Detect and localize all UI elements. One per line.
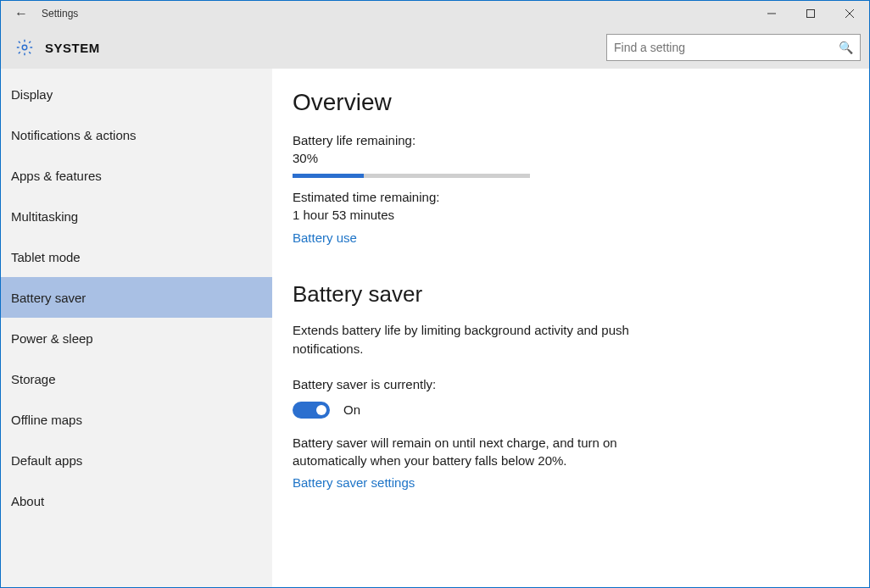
- search-icon: 🔍: [839, 41, 853, 54]
- overview-heading: Overview: [293, 89, 835, 116]
- close-button[interactable]: [830, 1, 869, 26]
- section-title: SYSTEM: [45, 41, 100, 55]
- window-controls: [752, 1, 869, 26]
- header: SYSTEM 🔍: [1, 26, 869, 69]
- search-box[interactable]: 🔍: [606, 34, 861, 61]
- titlebar: ← Settings: [1, 1, 869, 26]
- sidebar-item-tablet-mode[interactable]: Tablet mode: [1, 236, 272, 277]
- battery-life-value: 30%: [293, 151, 835, 165]
- search-input[interactable]: [614, 41, 839, 54]
- est-time-label: Estimated time remaining:: [293, 190, 835, 204]
- gear-icon: [15, 38, 34, 57]
- sidebar-item-apps-features[interactable]: Apps & features: [1, 155, 272, 196]
- est-time-value: 1 hour 53 minutes: [293, 208, 835, 222]
- body: Display Notifications & actions Apps & f…: [1, 69, 869, 587]
- battery-progress-fill: [293, 174, 364, 178]
- battery-life-label: Battery life remaining:: [293, 133, 835, 147]
- battery-saver-toggle[interactable]: [293, 402, 330, 419]
- battery-use-link[interactable]: Battery use: [293, 230, 357, 245]
- sidebar-item-multitasking[interactable]: Multitasking: [1, 196, 272, 236]
- window-title: Settings: [42, 8, 78, 19]
- battery-saver-description: Extends battery life by limiting backgro…: [293, 321, 657, 358]
- battery-saver-currently-label: Battery saver is currently:: [293, 377, 835, 391]
- close-icon: [845, 9, 854, 18]
- content-pane: Overview Battery life remaining: 30% Est…: [272, 69, 869, 587]
- maximize-button[interactable]: [791, 1, 830, 26]
- svg-rect-1: [807, 10, 815, 18]
- sidebar-item-display[interactable]: Display: [1, 74, 272, 114]
- svg-point-4: [22, 45, 27, 50]
- battery-saver-heading: Battery saver: [293, 281, 835, 308]
- minimize-icon: [767, 9, 776, 18]
- sidebar: Display Notifications & actions Apps & f…: [1, 69, 272, 587]
- maximize-icon: [806, 9, 815, 18]
- sidebar-item-power-sleep[interactable]: Power & sleep: [1, 318, 272, 358]
- battery-saver-toggle-state: On: [343, 402, 360, 417]
- back-arrow-icon: ←: [14, 6, 28, 21]
- settings-gear-icon[interactable]: [4, 31, 45, 64]
- sidebar-item-storage[interactable]: Storage: [1, 358, 272, 399]
- battery-saver-toggle-row: On: [293, 402, 835, 419]
- battery-saver-remain-text: Battery saver will remain on until next …: [293, 434, 657, 471]
- minimize-button[interactable]: [752, 1, 791, 26]
- battery-saver-settings-link[interactable]: Battery saver settings: [293, 475, 415, 490]
- toggle-thumb: [316, 405, 326, 415]
- sidebar-item-default-apps[interactable]: Default apps: [1, 440, 272, 480]
- sidebar-item-battery-saver[interactable]: Battery saver: [1, 277, 272, 318]
- sidebar-item-offline-maps[interactable]: Offline maps: [1, 399, 272, 440]
- back-button[interactable]: ←: [1, 1, 42, 26]
- battery-progress-bar: [293, 174, 530, 178]
- sidebar-item-notifications[interactable]: Notifications & actions: [1, 114, 272, 155]
- sidebar-item-about[interactable]: About: [1, 480, 272, 521]
